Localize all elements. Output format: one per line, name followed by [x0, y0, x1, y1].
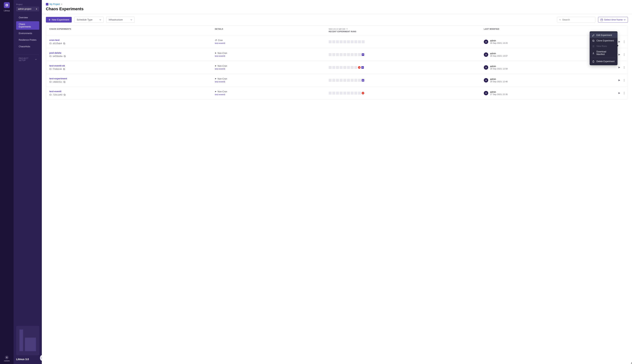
play-icon — [215, 65, 217, 67]
svg-rect-29 — [64, 94, 65, 95]
run-empty — [347, 66, 350, 69]
schedule-type: Non-Cron — [215, 52, 329, 54]
project-switcher[interactable]: admin-project — [16, 6, 39, 11]
sidebar-item-resilience-probes[interactable]: Resilience Probes — [16, 37, 39, 43]
copy-icon[interactable] — [63, 42, 65, 44]
run-empty — [340, 79, 343, 82]
run-experiment-button[interactable] — [618, 79, 620, 82]
play-icon — [215, 52, 217, 54]
run-empty — [340, 92, 343, 94]
experiment-id: ID: d01f5ab4 — [49, 42, 215, 45]
chevron-right-icon — [36, 8, 38, 10]
infrastructure-link[interactable]: test-eventt — [215, 93, 329, 96]
run-empty — [358, 92, 361, 94]
svg-point-7 — [624, 42, 624, 42]
menu-download[interactable]: Download Manifest — [590, 49, 617, 57]
run-empty — [336, 40, 339, 43]
run-empty — [351, 66, 354, 69]
sidebar-item-chaos-experiments[interactable]: Chaos Experiments — [16, 21, 39, 30]
run-status-paused[interactable] — [362, 79, 364, 82]
svg-rect-11 — [64, 56, 66, 57]
run-empty — [347, 92, 350, 94]
current-user-avatar[interactable]: A — [5, 356, 9, 359]
row-menu-button[interactable] — [624, 79, 624, 82]
svg-rect-21 — [64, 82, 65, 83]
litmus-logo[interactable] — [4, 2, 10, 8]
svg-point-2 — [559, 19, 560, 20]
time-frame-button[interactable]: Select time frame — [598, 17, 628, 22]
modified-by: admin — [490, 78, 508, 80]
svg-point-32 — [624, 94, 624, 94]
experiment-id: ID: c4b8c51c — [49, 81, 215, 83]
run-empty — [343, 66, 346, 69]
experiment-name-link[interactable]: test-experiment — [49, 77, 215, 80]
run-empty — [347, 53, 350, 56]
run-experiment-button[interactable] — [618, 92, 620, 94]
infrastructure-select[interactable]: Infrastructure — [106, 17, 135, 23]
new-experiment-button[interactable]: New Experiment — [46, 17, 72, 22]
copy-icon[interactable] — [63, 81, 66, 83]
run-empty — [329, 40, 332, 43]
project-setup-toggle[interactable]: PROJECT SETUP — [16, 57, 39, 62]
schedule-type: Non-Cron — [215, 65, 329, 67]
sidebar-item-chaoshubs[interactable]: ChaosHubs — [16, 44, 39, 50]
col-header-details: DETAILS — [215, 28, 329, 30]
sidebar-item-environments[interactable]: Environments — [16, 30, 39, 36]
run-status-running[interactable]: ••• — [361, 66, 364, 69]
svg-rect-5 — [63, 43, 65, 44]
infrastructure-link[interactable]: test-eventt — [215, 80, 329, 83]
svg-point-27 — [624, 81, 624, 82]
search-input[interactable] — [562, 18, 593, 21]
run-empty — [329, 53, 332, 56]
menu-clone[interactable]: Clone Experiment — [590, 38, 617, 44]
schedule-type: Non-Cron — [215, 78, 329, 80]
promo-card[interactable] — [16, 326, 39, 355]
menu-delete[interactable]: Delete Experiment — [590, 59, 617, 64]
sidebar: Project admin-project OverviewChaos Expe… — [14, 0, 42, 364]
row-menu-button[interactable] — [624, 92, 624, 94]
menu-view-runs: View Runs — [590, 44, 617, 49]
experiment-name-link[interactable]: test-eventt — [49, 90, 215, 93]
run-empty — [340, 66, 343, 69]
schedule-type-select[interactable]: Schedule Type — [74, 17, 104, 23]
run-empty — [354, 53, 357, 56]
run-empty — [362, 40, 365, 43]
infrastructure-link[interactable]: test-eventt — [215, 42, 329, 44]
menu-edit[interactable]: Edit Experiment — [590, 32, 617, 38]
run-experiment-button[interactable] — [618, 66, 620, 68]
copy-icon[interactable] — [64, 94, 66, 96]
run-experiment-button[interactable] — [618, 54, 620, 56]
sidebar-item-overview[interactable]: Overview — [16, 15, 39, 20]
svg-point-19 — [624, 67, 624, 68]
svg-point-25 — [624, 79, 624, 80]
experiment-name-link[interactable]: cron-test — [49, 39, 215, 42]
product-name: Litmus — [4, 10, 10, 12]
calendar-icon — [600, 18, 603, 21]
copy-icon[interactable] — [63, 68, 65, 70]
modified-date: 28 Sep 2023, 13:07 — [490, 55, 508, 57]
run-status-error[interactable] — [362, 92, 364, 94]
row-menu-button[interactable] — [624, 53, 624, 56]
row-menu-button[interactable] — [624, 40, 624, 43]
svg-point-20 — [624, 68, 624, 68]
svg-point-26 — [624, 80, 624, 80]
infrastructure-link[interactable]: test-eventt — [215, 68, 329, 70]
copy-icon[interactable] — [64, 55, 66, 57]
page-title: Chaos Experiments — [46, 6, 628, 11]
experiment-name-link[interactable]: test-eventt-ok — [49, 64, 215, 67]
run-empty — [358, 53, 361, 56]
run-empty — [351, 92, 354, 94]
run-status-error[interactable] — [358, 66, 361, 69]
run-empty — [351, 40, 354, 43]
chevron-down-icon — [130, 19, 132, 21]
experiment-name-link[interactable]: pod-delete — [49, 52, 215, 54]
experiment-id: ID: b455bb6e — [49, 55, 215, 58]
project-label: Project — [16, 3, 39, 6]
breadcrumb-project-link[interactable]: My Project — [50, 3, 60, 6]
run-status-running[interactable]: ••• — [362, 53, 364, 56]
infrastructure-link[interactable]: test-eventt — [215, 55, 329, 57]
row-menu-button[interactable] — [624, 66, 624, 69]
run-experiment-button[interactable] — [618, 41, 620, 43]
search-box[interactable] — [557, 17, 595, 22]
play-icon — [215, 78, 217, 80]
